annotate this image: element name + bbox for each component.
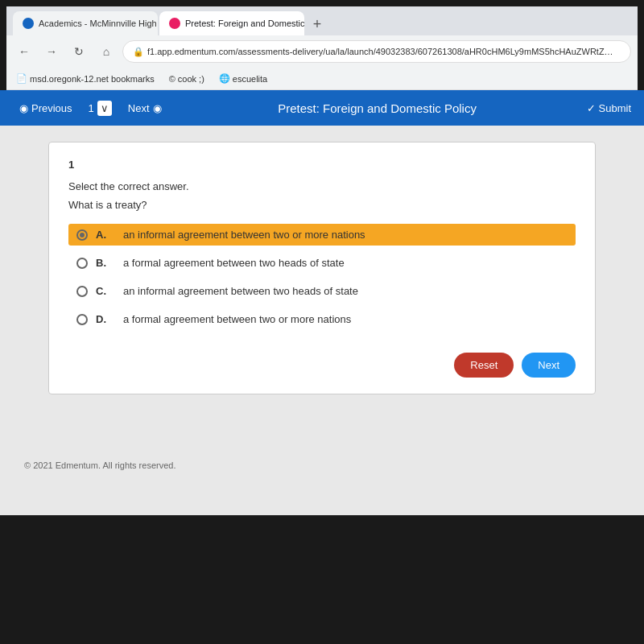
option-d-text: a formal agreement between two or more n… [123, 313, 351, 325]
tab-bar: Academics - McMinnville High S: ✕ Pretes… [6, 6, 638, 35]
options-list: A. an informal agreement between two or … [68, 224, 576, 330]
bookmark-msd[interactable]: 📄 msd.oregonk-12.net bookmarks [13, 72, 158, 85]
dropdown-arrow: ∨ [101, 102, 109, 114]
option-a-label: A. [96, 229, 112, 241]
option-a[interactable]: A. an informal agreement between two or … [68, 224, 576, 246]
option-a-radio [76, 229, 88, 241]
tab-label-academics: Academics - McMinnville High S: [39, 19, 158, 28]
bookmark-msd-label: msd.oregonk-12.net bookmarks [30, 74, 155, 84]
footer: © 2021 Edmentum. All rights reserved. [0, 448, 644, 483]
action-buttons: Reset Next [68, 346, 576, 378]
tab-label-pretest: Pretest: Foreign and Domestic P [185, 19, 304, 28]
tab-favicon-academics [23, 18, 34, 29]
next-nav-label: Next [128, 102, 150, 114]
option-a-text: an informal agreement between two or mor… [123, 229, 365, 241]
option-c-label: C. [96, 285, 112, 297]
content-wrapper: 1 Select the correct answer. What is a t… [0, 126, 644, 515]
assessment-nav-bar: ◉ Previous 1 ∨ Next ◉ Pretest: Foreign a… [0, 90, 644, 126]
question-num-display: 1 [89, 102, 94, 114]
previous-label: Previous [31, 102, 72, 114]
option-c[interactable]: C. an informal agreement between two hea… [68, 280, 576, 302]
tab-academics[interactable]: Academics - McMinnville High S: ✕ [13, 11, 158, 35]
submit-label: Submit [599, 102, 631, 114]
option-c-text: an informal agreement between two heads … [123, 285, 358, 297]
prev-icon: ◉ [19, 102, 28, 114]
option-b-text: a formal agreement between two heads of … [123, 257, 345, 269]
bookmark-msd-icon: 📄 [16, 73, 27, 84]
next-icon: ◉ [153, 102, 162, 114]
option-b-label: B. [96, 257, 112, 269]
back-button[interactable]: ← [13, 40, 35, 63]
lock-icon: 🔒 [133, 47, 144, 57]
main-content: 1 Select the correct answer. What is a t… [0, 126, 644, 448]
submit-check-icon: ✓ [587, 102, 596, 114]
new-tab-button[interactable]: + [306, 13, 328, 35]
bookmarks-bar: 📄 msd.oregonk-12.net bookmarks © cook ;)… [6, 68, 638, 90]
address-bar-row: ← → ↻ ⌂ 🔒 f1.app.edmentum.com/assessment… [6, 35, 638, 68]
copyright-text: © 2021 Edmentum. All rights reserved. [24, 460, 175, 470]
option-d-label: D. [96, 313, 112, 325]
address-text: f1.app.edmentum.com/assessments-delivery… [147, 47, 621, 56]
assessment-title: Pretest: Foreign and Domestic Policy [178, 101, 577, 115]
submit-button[interactable]: ✓ Submit [587, 102, 631, 114]
option-b-radio [76, 258, 88, 269]
next-nav-button[interactable]: Next ◉ [122, 99, 168, 118]
question-dropdown[interactable]: ∨ [97, 101, 112, 116]
bookmark-cook[interactable]: © cook ;) [166, 72, 208, 85]
option-d-radio [76, 314, 88, 325]
reload-button[interactable]: ↻ [68, 40, 90, 63]
bookmark-cook-label: cook ;) [178, 74, 204, 84]
forward-button[interactable]: → [40, 40, 63, 63]
bottom-bar [0, 515, 644, 564]
address-field[interactable]: 🔒 f1.app.edmentum.com/assessments-delive… [122, 40, 631, 63]
question-text: What is a treaty? [68, 199, 576, 211]
option-b[interactable]: B. a formal agreement between two heads … [68, 252, 576, 274]
reset-button[interactable]: Reset [454, 353, 514, 378]
home-button[interactable]: ⌂ [95, 40, 118, 63]
question-card: 1 Select the correct answer. What is a t… [48, 142, 596, 394]
question-instruction: Select the correct answer. [68, 180, 576, 192]
tab-favicon-pretest [169, 18, 180, 29]
bookmark-escuelita[interactable]: 🌐 escuelita [216, 72, 270, 85]
option-c-radio [76, 286, 88, 297]
tab-pretest[interactable]: Pretest: Foreign and Domestic P ✕ [159, 11, 304, 35]
bookmark-escuelita-icon: 🌐 [219, 73, 230, 84]
next-button[interactable]: Next [522, 353, 576, 378]
previous-button[interactable]: ◉ Previous [13, 99, 79, 118]
question-selector[interactable]: 1 ∨ [89, 101, 112, 116]
question-number: 1 [68, 159, 576, 171]
bookmark-escuelita-label: escuelita [233, 74, 267, 84]
bookmark-cook-icon: © [169, 74, 175, 84]
option-d[interactable]: D. a formal agreement between two or mor… [68, 308, 576, 330]
